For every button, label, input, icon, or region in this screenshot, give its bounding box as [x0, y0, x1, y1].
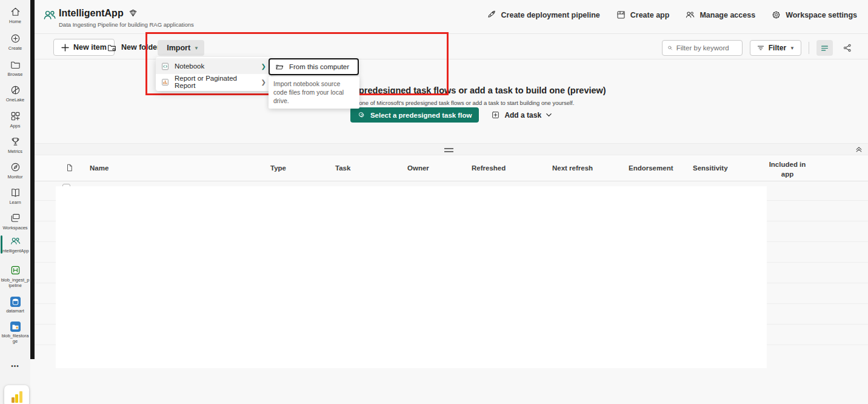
search-input[interactable]	[676, 44, 737, 52]
collapse-taskflow-button[interactable]	[855, 145, 863, 156]
fabric-workspace-page: Home Create Browse OneLake Apps Metrics …	[0, 0, 868, 404]
document-icon	[65, 163, 74, 172]
powerbi-app-card[interactable]	[4, 385, 29, 404]
filter-keyword-search[interactable]	[662, 40, 743, 56]
menu-item-from-this-computer[interactable]: From this computer	[269, 58, 359, 75]
sidebar-item-blob-filestorage[interactable]: blob_filestorage	[0, 322, 30, 345]
workspace-title: IntelligentApp	[59, 8, 124, 19]
workspace-avatar-icon	[42, 8, 57, 22]
chevron-down-icon: ▼	[790, 45, 795, 51]
select-predesigned-taskflow-button[interactable]: Select a predesigned task flow	[350, 107, 479, 123]
rail-divider	[30, 0, 35, 359]
create-app-button[interactable]: Create app	[616, 10, 670, 20]
new-folder-button[interactable]: New folder	[107, 39, 160, 55]
plus-icon	[61, 44, 69, 52]
database-icon	[10, 297, 21, 307]
column-header-included-in-app[interactable]: Included in app	[769, 160, 806, 179]
apps-icon	[10, 110, 21, 122]
toolbar-divider	[809, 42, 809, 54]
plus-circle-icon	[10, 33, 21, 44]
sidebar-item-datamart[interactable]: datamart	[0, 297, 30, 314]
notebook-icon	[161, 62, 170, 71]
nav-more-button[interactable]: •••	[0, 363, 30, 369]
create-deployment-pipeline-button[interactable]: Create deployment pipeline	[487, 10, 600, 20]
double-chevron-up-icon	[855, 145, 863, 153]
lineage-view-button[interactable]	[840, 40, 855, 56]
column-header-task[interactable]: Task	[335, 164, 350, 172]
column-header-endorsement[interactable]: Endorsement	[629, 164, 673, 172]
items-table-header: Name Type Task Owner Refreshed Next refr…	[35, 155, 868, 181]
home-icon	[10, 6, 21, 18]
left-nav-rail: Home Create Browse OneLake Apps Metrics …	[0, 0, 30, 404]
sidebar-item-create[interactable]: Create	[0, 33, 30, 51]
add-task-button[interactable]: Add a task	[491, 107, 552, 123]
taskflow-subheading: Select from one of Microsoft's predesign…	[35, 99, 868, 106]
folder-icon	[10, 59, 21, 70]
filter-icon	[756, 44, 765, 52]
trophy-icon	[10, 136, 21, 147]
sidebar-item-metrics[interactable]: Metrics	[0, 136, 30, 154]
powerbi-logo	[12, 397, 15, 403]
column-header-owner[interactable]: Owner	[407, 164, 429, 172]
sidebar-item-monitor[interactable]: Monitor	[0, 161, 30, 180]
chevron-down-icon: ▼	[194, 45, 199, 51]
taskflow-buttons: Select a predesigned task flow Add a tas…	[35, 107, 868, 123]
endorsement-diamond-icon	[129, 8, 138, 18]
sidebar-item-learn[interactable]: Learn	[0, 187, 30, 205]
header-actions: Create deployment pipeline Create app Ma…	[487, 10, 857, 20]
import-dropdown-menu: Notebook ❯ Report or Paginated Report ❯	[156, 57, 271, 91]
sidebar-item-workspaces[interactable]: Workspaces	[0, 212, 30, 231]
list-view-icon	[820, 44, 829, 53]
column-header-name[interactable]: Name	[90, 164, 109, 172]
filestorage-icon	[10, 322, 21, 332]
chevron-down-icon	[546, 112, 552, 118]
search-icon	[667, 44, 673, 52]
list-view-button[interactable]	[816, 40, 833, 56]
create-app-icon	[616, 10, 626, 20]
column-header-next-refresh[interactable]: Next refresh	[552, 164, 593, 172]
sidebar-item-home[interactable]: Home	[0, 6, 30, 24]
open-folder-icon	[275, 62, 284, 72]
workspaces-icon	[10, 212, 21, 224]
workspace-settings-button[interactable]: Workspace settings	[771, 10, 857, 20]
rocket-icon	[487, 10, 497, 20]
column-header-refreshed[interactable]: Refreshed	[472, 164, 506, 172]
column-header-sensitivity[interactable]: Sensitivity	[693, 164, 728, 172]
menu-item-notebook[interactable]: Notebook ❯	[156, 58, 271, 74]
new-folder-icon	[107, 42, 117, 53]
workspace-subtitle: Data Ingesting Pipeline for building RAG…	[59, 21, 194, 28]
report-icon	[161, 78, 170, 87]
taskflow-icon	[358, 111, 366, 120]
new-item-button[interactable]: New item	[53, 39, 115, 56]
sidebar-item-intelligentapp[interactable]: IntelligentApp	[0, 235, 30, 254]
import-button[interactable]: Import ▼	[158, 40, 204, 56]
gauge-icon	[10, 161, 21, 173]
gear-icon	[771, 10, 781, 20]
people-icon	[10, 235, 21, 247]
add-task-icon	[491, 110, 500, 120]
splitter-drag-handle[interactable]	[444, 148, 453, 154]
taskflow-heading: predesigned task flows or add a task to …	[359, 86, 606, 95]
menu-item-report[interactable]: Report or Paginated Report ❯	[156, 74, 271, 90]
lineage-icon	[843, 43, 852, 53]
toolbar-right-cluster: Filter ▼	[662, 40, 855, 56]
manage-access-button[interactable]: Manage access	[685, 10, 755, 20]
pipeline-icon	[10, 264, 21, 276]
column-header-type[interactable]: Type	[270, 164, 286, 172]
sidebar-item-browse[interactable]: Browse	[0, 59, 30, 77]
book-icon	[10, 187, 21, 198]
onelake-icon	[10, 84, 21, 96]
header-divider	[35, 33, 868, 34]
chevron-right-icon: ❯	[261, 79, 266, 86]
people-icon	[685, 10, 695, 20]
chevron-right-icon: ❯	[261, 63, 266, 70]
sidebar-item-apps[interactable]: Apps	[0, 110, 30, 129]
import-tooltip: Import notebook source code files from y…	[269, 76, 359, 109]
sidebar-item-onelake[interactable]: OneLake	[0, 84, 30, 103]
filter-button[interactable]: Filter ▼	[750, 40, 801, 56]
empty-content-panel	[56, 186, 767, 368]
sidebar-item-blob-ingest-pipeline[interactable]: blob_ingest_pipeline	[0, 264, 30, 289]
